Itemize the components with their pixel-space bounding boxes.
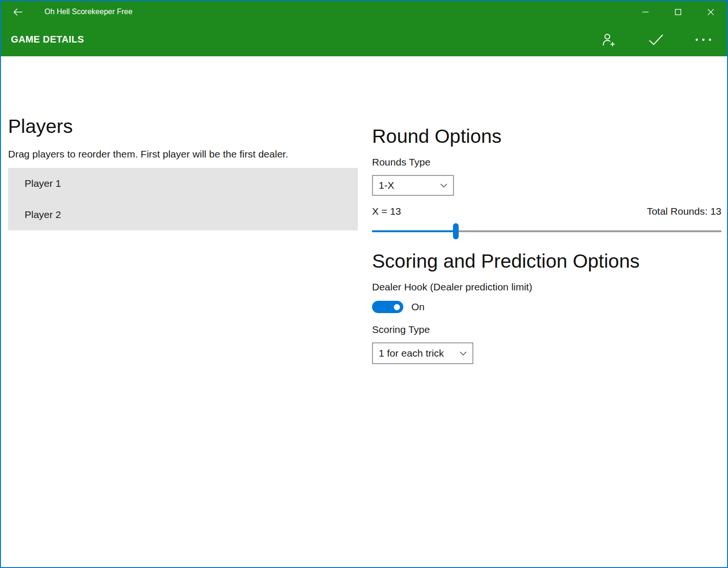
player-list: Player 1 Player 2 — [8, 168, 358, 230]
dealer-hook-row: On — [372, 301, 425, 313]
window-title: Oh Hell Scorekeeper Free — [44, 8, 133, 16]
scoring-type-label: Scoring Type — [372, 323, 430, 336]
toggle-state-label: On — [411, 301, 425, 313]
round-options-heading: Round Options — [372, 125, 502, 148]
rounds-type-value: 1-X — [379, 180, 394, 191]
slider-fill — [372, 230, 456, 232]
command-bar: GAME DETAILS — [1, 23, 727, 56]
players-heading: Players — [8, 115, 73, 138]
player-row[interactable]: Player 2 — [8, 199, 358, 230]
slider-thumb[interactable] — [453, 223, 459, 239]
maximize-icon — [675, 9, 681, 15]
add-player-button[interactable] — [585, 23, 632, 56]
dealer-hook-label: Dealer Hook (Dealer prediction limit) — [372, 280, 532, 293]
scoring-type-value: 1 for each trick — [379, 348, 444, 359]
minimize-button[interactable] — [629, 1, 662, 23]
minimize-icon — [642, 9, 648, 15]
player-name: Player 1 — [25, 178, 61, 189]
rounds-value-row: X = 13 Total Rounds: 13 — [372, 206, 721, 217]
total-rounds-label: Total Rounds: 13 — [647, 206, 721, 217]
ellipsis-icon — [695, 38, 711, 41]
chevron-down-icon — [440, 184, 447, 188]
maximize-button[interactable] — [662, 1, 694, 23]
command-actions — [585, 23, 727, 56]
game-details-content: Players Drag players to reorder them. Fi… — [1, 56, 727, 568]
player-row[interactable]: Player 1 — [8, 168, 358, 199]
app-window: Oh Hell Scorekeeper Free GAME DETAILS — [0, 0, 728, 568]
dealer-hook-toggle[interactable] — [372, 301, 403, 313]
check-icon — [649, 34, 663, 45]
scoring-type-combobox[interactable]: 1 for each trick — [372, 342, 473, 364]
scoring-options-heading: Scoring and Prediction Options — [372, 250, 639, 272]
toggle-knob-icon — [394, 304, 400, 310]
rounds-type-combobox[interactable]: 1-X — [372, 175, 454, 196]
back-button[interactable] — [1, 1, 35, 23]
close-button[interactable] — [694, 1, 727, 23]
rounds-type-label: Rounds Type — [372, 156, 430, 168]
chevron-down-icon — [460, 351, 467, 356]
rounds-slider[interactable] — [372, 223, 721, 239]
accept-button[interactable] — [632, 23, 680, 56]
titlebar: Oh Hell Scorekeeper Free — [1, 1, 727, 23]
close-icon — [708, 9, 714, 15]
players-description: Drag players to reorder them. First play… — [8, 148, 288, 160]
person-add-icon — [602, 33, 616, 47]
player-name: Player 2 — [25, 209, 61, 220]
more-button[interactable] — [680, 23, 727, 56]
back-arrow-icon — [13, 8, 23, 16]
caption-buttons — [629, 1, 727, 23]
page-title: GAME DETAILS — [11, 34, 84, 45]
x-value-label: X = 13 — [372, 206, 401, 217]
